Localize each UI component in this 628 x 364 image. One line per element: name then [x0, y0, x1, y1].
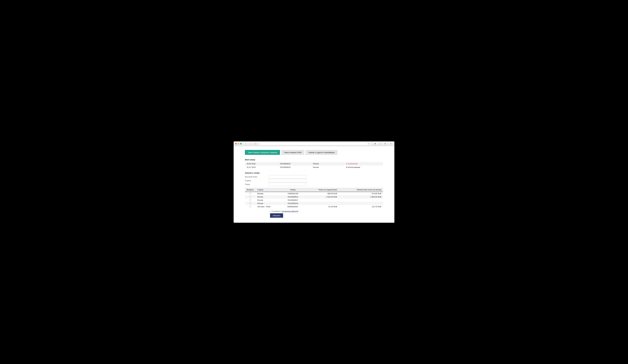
col-select: Выбрать	[245, 188, 255, 192]
cell-monthly-fee: 2 699.39 RUB	[339, 195, 383, 198]
country-input[interactable]	[269, 179, 307, 182]
cell-number: 78120000014	[282, 195, 304, 198]
share-icon	[380, 143, 381, 145]
agree-offer-link[interactable]: договором-офертой	[282, 210, 298, 212]
col-country: Страна	[255, 188, 282, 192]
reload-icon[interactable]	[368, 143, 369, 145]
cell-connect-fee	[304, 202, 339, 205]
col-monthly-fee: Абонентская плата (за месяц)	[339, 188, 383, 192]
window-controls	[235, 143, 242, 144]
maximize-window-icon[interactable]	[240, 143, 242, 144]
order-button[interactable]: Заказать	[270, 213, 283, 218]
cell-connect-fee	[304, 198, 339, 202]
row-select-checkbox[interactable]	[249, 199, 251, 201]
order-tabs: Заказ прямых городских номеров Заказ ном…	[245, 150, 383, 155]
page-content: Заказ прямых городских номеров Заказ ном…	[234, 146, 394, 223]
plus-icon	[390, 143, 392, 145]
cell-number: 78120000012	[278, 162, 311, 166]
cell-country: Россия	[255, 195, 282, 198]
cell-monthly-fee	[339, 202, 383, 205]
cell-status: К отключению	[344, 162, 383, 166]
svg-rect-4	[385, 143, 386, 144]
table-row: Россия781200000142 024.54 RUB2 699.39 RU…	[245, 195, 383, 198]
table-row: Москва74993461435858.90 RUB674.85 RUB	[245, 192, 383, 195]
table-row: Россия78120000019	[245, 202, 383, 205]
cell-number: 78120000017	[282, 198, 304, 202]
tab-other-provider[interactable]: Номер от другого провайдера	[306, 150, 337, 155]
toolbar-right	[373, 142, 387, 145]
cell-country: Россия	[255, 198, 282, 202]
cell-monthly-fee: 674.85 RUB	[339, 192, 383, 195]
table-row: 31.07.201878120000015РоссияВ использован…	[245, 166, 383, 169]
svg-rect-3	[385, 143, 386, 144]
address-bar[interactable]	[259, 142, 371, 145]
minimize-window-icon[interactable]	[238, 143, 239, 144]
cell-date: 29.05.2018	[245, 162, 278, 166]
row-select-checkbox[interactable]	[249, 202, 251, 204]
table-row: Viet Nam - Fixed8495000000161.35 RUB122.…	[245, 205, 383, 208]
agree-row: Согласен с договором-офертой*	[270, 210, 383, 212]
close-window-icon[interactable]	[235, 143, 237, 144]
svg-rect-0	[255, 143, 256, 144]
cell-date: 31.07.2018	[245, 166, 278, 169]
cell-country: Россия	[311, 166, 344, 169]
sidebar-button[interactable]	[253, 142, 257, 145]
tabs-icon	[384, 143, 386, 145]
cell-connect-fee: 61.35 RUB	[304, 205, 339, 208]
share-button[interactable]	[379, 142, 382, 145]
browser-titlebar	[234, 141, 394, 146]
table-row: Россия78120000017	[245, 198, 383, 202]
my-numbers-table: 29.05.201878120000012РоссияК отключению3…	[245, 162, 383, 169]
col-connect-fee: Плата за подключение	[304, 188, 339, 192]
section-my-number-title: Мой номер	[245, 159, 383, 161]
col-number: Номер	[282, 188, 304, 192]
available-numbers-table: Выбрать Страна Номер Плата за подключени…	[245, 188, 383, 208]
forward-button[interactable]	[248, 142, 251, 145]
cell-connect-fee: 2 024.54 RUB	[304, 195, 339, 198]
sidebar-icon	[254, 143, 256, 145]
cell-number: 84950000001	[282, 205, 304, 208]
cell-connect-fee: 858.90 RUB	[304, 192, 339, 195]
row-select-checkbox[interactable]	[249, 196, 251, 197]
agree-checkbox[interactable]	[270, 210, 272, 212]
cell-monthly-fee: 122.70 RUB	[339, 205, 383, 208]
download-icon	[374, 143, 376, 145]
quick-search-label: Быстрый поиск	[245, 176, 269, 178]
safari-window: Заказ прямых городских номеров Заказ ном…	[234, 141, 394, 223]
downloads-button[interactable]	[373, 142, 378, 145]
cell-monthly-fee	[339, 198, 383, 202]
cell-country: Москва	[255, 192, 282, 195]
cell-number: 78120000015	[278, 166, 311, 169]
cell-status: В использовании	[344, 166, 383, 169]
cell-country: Россия	[311, 162, 344, 166]
table-row: 29.05.201878120000012РоссияК отключению	[245, 162, 383, 166]
quick-search-input[interactable]	[269, 175, 307, 179]
cell-number: 74993461435	[282, 192, 304, 195]
row-select-checkbox[interactable]	[249, 193, 251, 194]
city-input[interactable]	[269, 183, 307, 186]
cell-country: Viet Nam - Fixed	[255, 205, 282, 208]
city-label: Город	[245, 183, 269, 185]
section-order-title: Заказать номер	[245, 172, 383, 174]
tabs-button[interactable]	[383, 142, 387, 145]
row-select-checkbox[interactable]	[249, 206, 251, 207]
back-button[interactable]	[244, 142, 248, 145]
tab-800-numbers[interactable]: Заказ номера 8-800	[281, 150, 304, 155]
tab-city-numbers[interactable]: Заказ прямых городских номеров	[245, 150, 280, 155]
cell-number: 78120000019	[282, 202, 304, 205]
agree-text-suffix: *	[299, 210, 299, 212]
nav-buttons	[244, 142, 251, 145]
cell-country: Россия	[255, 202, 282, 205]
agree-text-prefix: Согласен с	[272, 210, 281, 212]
chevron-right-icon	[249, 143, 250, 145]
new-tab-button[interactable]	[389, 141, 393, 146]
chevron-left-icon	[245, 143, 247, 145]
country-label: Страна	[245, 180, 269, 182]
